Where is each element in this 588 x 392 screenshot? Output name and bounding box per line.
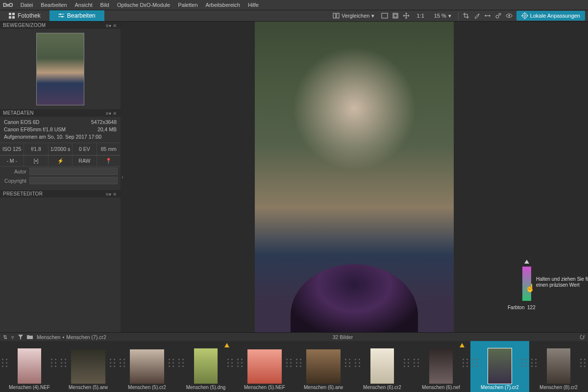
menu-bar: DxO Datei Bearbeiten Ansicht Bild Optisc… xyxy=(0,0,588,10)
thumbnail[interactable]: Menschen (8).cr2 xyxy=(529,341,588,392)
menu-file[interactable]: Datei xyxy=(21,2,33,8)
panel-menu-icon[interactable]: ≡▾ xyxy=(106,23,111,28)
panel-menu-icon[interactable]: ≡▾ xyxy=(106,111,111,116)
zoom-dropdown[interactable]: 15 % ▾ xyxy=(431,12,454,20)
main-image[interactable] xyxy=(255,22,454,332)
panel-preset-title: PRESETEDITOR xyxy=(3,191,43,196)
zoom-value: 15 % xyxy=(434,13,446,19)
eye-icon[interactable] xyxy=(506,12,513,19)
fit-icon[interactable] xyxy=(392,12,399,19)
thumbnail[interactable]: Menschen (5).arw xyxy=(59,341,118,392)
exif-metering: - M - xyxy=(0,156,24,166)
thumbnail-image xyxy=(370,348,394,384)
thumbnail-image xyxy=(429,348,453,384)
svg-point-7 xyxy=(61,16,63,18)
tab-library-label: Fotothek xyxy=(18,12,41,19)
svg-point-21 xyxy=(524,15,526,17)
menu-view[interactable]: Ansicht xyxy=(75,2,93,8)
svg-point-17 xyxy=(499,13,501,15)
eyedropper-icon[interactable] xyxy=(473,12,480,19)
menu-edit[interactable]: Bearbeiten xyxy=(41,2,67,8)
zoom-actual[interactable]: 1:1 xyxy=(414,12,427,20)
exif-gps-icon: 📍 xyxy=(97,156,121,166)
thumbnail-image xyxy=(247,349,282,384)
filmstrip-header: ⇅ ▿ Menschen • Menschen (7).cr2 32 Bilde… xyxy=(0,332,588,341)
thumbnail[interactable]: Menschen (5).cr2 xyxy=(118,341,176,392)
meta-camera: Canon EOS 6D xyxy=(4,119,39,126)
move-icon[interactable] xyxy=(403,12,410,19)
exif-focal: 85 mm xyxy=(97,143,121,155)
filter-icon[interactable]: ▿ xyxy=(11,334,14,340)
panel-navigator-header[interactable]: BEWEGEN/ZOOM ≡▾ ✕ xyxy=(0,22,121,29)
menu-modules[interactable]: Optische DxO-Module xyxy=(117,2,170,8)
thumbnail[interactable]: Menschen (4).NEF xyxy=(0,341,59,392)
panel-menu-icon[interactable]: ≡▾ xyxy=(106,192,111,196)
close-icon[interactable]: ✕ xyxy=(113,192,118,196)
author-field[interactable] xyxy=(29,168,118,175)
svg-rect-1 xyxy=(12,13,15,15)
thumbnail-label: Menschen (5).arw xyxy=(69,385,108,392)
local-adjust-button[interactable]: Lokale Anpassungen xyxy=(516,11,585,21)
svg-point-5 xyxy=(59,14,61,15)
filmstrip[interactable]: Menschen (4).NEFMenschen (5).arwMenschen… xyxy=(0,341,588,392)
thumbnail[interactable]: Menschen (6).cr2 xyxy=(353,341,412,392)
thumbnail[interactable]: Menschen (5).dng xyxy=(176,341,235,392)
panel-metadata-title: METADATEN xyxy=(3,110,34,116)
panel-metadata-header[interactable]: METADATEN ≡▾ ✕ xyxy=(0,109,121,117)
menu-image[interactable]: Bild xyxy=(100,2,109,8)
tab-edit-label: Bearbeiten xyxy=(67,12,96,19)
panel-preset-header[interactable]: PRESETEDITOR ≡▾ ✕ xyxy=(0,190,121,197)
menu-help[interactable]: Hilfe xyxy=(248,2,259,8)
copyright-field[interactable] xyxy=(29,177,118,184)
image-viewer[interactable]: ‹ ☝ Halten und ziehen Sie für einen präz… xyxy=(121,22,588,332)
meta-captured: Aufgenommen am So, 10. Sep 2017 17:00 xyxy=(4,133,101,141)
sliders-icon xyxy=(58,13,64,19)
tab-library[interactable]: Fotothek xyxy=(0,10,49,21)
folder-icon xyxy=(27,335,33,340)
exif-ev: 0 EV xyxy=(73,143,97,155)
chevron-down-icon: ▾ xyxy=(371,13,374,19)
horizon-icon[interactable] xyxy=(484,12,491,19)
menu-palettes[interactable]: Paletten xyxy=(178,2,197,8)
hand-cursor-icon: ☝ xyxy=(525,283,535,293)
thumbnail[interactable]: Menschen (5).NEF xyxy=(235,341,294,392)
svg-point-20 xyxy=(522,13,527,18)
thumbnail[interactable]: Menschen (6).arw xyxy=(294,341,353,392)
toolbar-row: Fotothek Bearbeiten Vergleichen ▾ 1:1 15… xyxy=(0,10,588,22)
sidebar-collapse-handle[interactable]: ‹ xyxy=(121,167,124,187)
crop-icon[interactable] xyxy=(463,12,469,19)
single-view-icon[interactable] xyxy=(381,12,388,19)
thumbnail-image xyxy=(547,348,570,384)
thumbnail-label: Menschen (8).cr2 xyxy=(539,385,578,392)
navigator-preview[interactable] xyxy=(36,33,84,105)
warning-icon xyxy=(224,343,229,348)
sort-icon[interactable]: ⇅ xyxy=(3,334,7,340)
exif-iso: ISO 125 xyxy=(0,143,24,155)
thumbnail-label: Menschen (7).cr2 xyxy=(481,385,519,392)
menu-workspace[interactable]: Arbeitsbereich xyxy=(206,2,240,8)
svg-rect-3 xyxy=(12,16,15,19)
thumbnail-label: Menschen (6).nef xyxy=(422,385,460,392)
compare-icon xyxy=(333,12,340,19)
image-count: 32 Bilder xyxy=(333,334,353,340)
close-icon[interactable]: ✕ xyxy=(113,23,118,28)
tab-edit[interactable]: Bearbeiten xyxy=(49,10,104,21)
repair-icon[interactable] xyxy=(495,12,502,19)
refresh-icon[interactable] xyxy=(579,334,585,340)
warning-icon xyxy=(460,343,465,348)
exif-af-icon: [•] xyxy=(24,156,48,166)
funnel-icon[interactable] xyxy=(18,335,23,340)
breadcrumb-folder[interactable]: Menschen xyxy=(37,334,60,340)
adjustment-overlay[interactable]: ☝ Halten und ziehen Sie für einen präzis… xyxy=(522,267,531,303)
svg-rect-2 xyxy=(9,16,11,19)
thumbnail-label: Menschen (4).NEF xyxy=(9,385,50,392)
compare-dropdown[interactable]: Vergleichen ▾ xyxy=(330,11,378,20)
thumbnail[interactable]: Menschen (7).cr2 xyxy=(470,341,529,392)
breadcrumb-file: Menschen (7).cr2 xyxy=(66,334,106,340)
thumbnail-image xyxy=(18,348,41,384)
close-icon[interactable]: ✕ xyxy=(113,111,118,116)
thumbnail[interactable]: Menschen (6).nef xyxy=(412,341,470,392)
svg-rect-12 xyxy=(394,14,397,17)
meta-lens: Canon EF85mm f/1.8 USM xyxy=(4,126,66,133)
meta-filesize: 20,4 MB xyxy=(98,126,117,133)
